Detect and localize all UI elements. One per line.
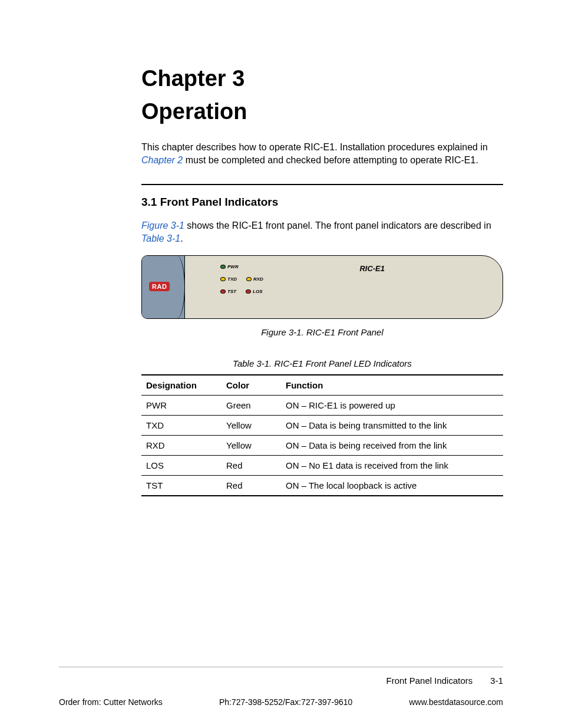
figure-device-front-panel: RAD RIC-E1 PWR TXD RXD TST LOS	[141, 255, 503, 319]
led-txd: TXD	[220, 276, 237, 282]
figure-caption: Figure 3-1. RIC-E1 Front Panel	[141, 327, 503, 337]
cell-color: Green	[222, 396, 281, 416]
section-rule	[141, 184, 503, 185]
table-header-row: Designation Color Function	[141, 375, 503, 396]
rad-badge: RAD	[149, 282, 170, 291]
led-los-label: LOS	[253, 289, 262, 294]
footer-section: Front Panel Indicators	[386, 676, 473, 686]
footer-separator	[59, 667, 503, 667]
table-row: TXD Yellow ON – Data is being transmitte…	[141, 416, 503, 436]
table-row: RXD Yellow ON – Data is being received f…	[141, 436, 503, 456]
th-color: Color	[222, 375, 281, 396]
cell-designation: LOS	[141, 456, 222, 476]
footer-order: Order from: Cutter Networks	[59, 697, 163, 707]
led-table: Designation Color Function PWR Green ON …	[141, 374, 503, 496]
led-tst-label: TST	[227, 289, 236, 294]
led-tst: TST	[220, 289, 236, 294]
cell-function: ON – RIC-E1 is powered up	[281, 396, 503, 416]
table-row: TST Red ON – The local loopback is activ…	[141, 476, 503, 496]
device-face: RIC-E1 PWR TXD RXD TST LOS	[185, 256, 503, 318]
cell-designation: PWR	[141, 396, 222, 416]
led-rxd: RXD	[246, 276, 263, 282]
led-los: LOS	[246, 289, 262, 294]
cell-color: Red	[222, 456, 281, 476]
led-tst-icon	[220, 289, 226, 294]
device-product-label: RIC-E1	[359, 264, 385, 273]
intro-pre: This chapter describes how to operate RI…	[141, 142, 488, 152]
led-pwr: PWR	[220, 264, 239, 269]
footer-url: www.bestdatasource.com	[409, 697, 503, 707]
footer-page-number: 3-1	[490, 676, 503, 686]
table-caption: Table 3-1. RIC-E1 Front Panel LED Indica…	[141, 358, 503, 368]
cell-color: Yellow	[222, 436, 281, 456]
led-pwr-label: PWR	[227, 264, 239, 269]
page-footer: Front Panel Indicators 3-1 Order from: C…	[59, 667, 503, 707]
cell-designation: TXD	[141, 416, 222, 436]
intro-paragraph: This chapter describes how to operate RI…	[141, 141, 503, 166]
led-rxd-label: RXD	[253, 276, 263, 282]
section-body-tail: .	[180, 233, 183, 243]
chapter-number: Chapter 3	[141, 65, 503, 93]
th-designation: Designation	[141, 375, 222, 396]
led-rxd-icon	[246, 277, 252, 281]
led-txd-label: TXD	[227, 276, 237, 282]
table-row: LOS Red ON – No E1 data is received from…	[141, 456, 503, 476]
link-chapter-2[interactable]: Chapter 2	[141, 155, 183, 165]
led-los-icon	[246, 289, 251, 294]
th-function: Function	[281, 375, 503, 396]
cell-color: Yellow	[222, 416, 281, 436]
table-row: PWR Green ON – RIC-E1 is powered up	[141, 396, 503, 416]
cell-color: Red	[222, 476, 281, 496]
led-pwr-icon	[220, 265, 226, 269]
cell-function: ON – Data is being received from the lin…	[281, 436, 503, 456]
section-heading: 3.1 Front Panel Indicators	[141, 196, 503, 209]
led-txd-icon	[220, 277, 226, 281]
cell-designation: TST	[141, 476, 222, 496]
cell-function: ON – The local loopback is active	[281, 476, 503, 496]
cell-designation: RXD	[141, 436, 222, 456]
intro-post: must be completed and checked before att…	[183, 155, 478, 165]
footer-phone: Ph:727-398-5252/Fax:727-397-9610	[219, 697, 353, 707]
cell-function: ON – Data is being transmitted to the li…	[281, 416, 503, 436]
section-body-mid: shows the RIC-E1 front panel. The front …	[184, 220, 491, 230]
link-figure-3-1[interactable]: Figure 3-1	[141, 220, 184, 230]
chapter-title: Operation	[141, 98, 503, 126]
link-table-3-1[interactable]: Table 3-1	[141, 233, 180, 243]
device-left-cap: RAD	[142, 256, 185, 318]
cell-function: ON – No E1 data is received from the lin…	[281, 456, 503, 476]
section-body: Figure 3-1 shows the RIC-E1 front panel.…	[141, 219, 503, 245]
